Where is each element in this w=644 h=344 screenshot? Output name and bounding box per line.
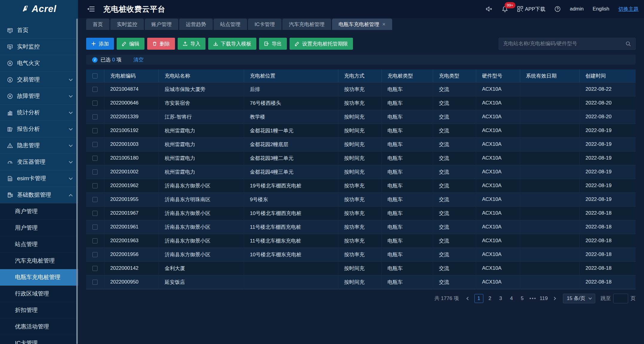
tab-sites[interactable]: 站点管理 — [214, 19, 247, 30]
tab-realtime-monitor[interactable]: 实时监控 — [110, 19, 144, 30]
page-number-4[interactable]: 4 — [507, 294, 516, 303]
sidebar-item-home[interactable]: 首页 — [0, 22, 78, 39]
page-number-5[interactable]: 5 — [518, 294, 526, 303]
page-number-119[interactable]: 119 — [540, 294, 548, 303]
sidebar-item-electrical-fire[interactable]: 电气火灾 — [0, 55, 78, 72]
tab-ebike-chargers[interactable]: 电瓶车充电桩管理 × — [332, 19, 392, 30]
sidebar-item-hazards[interactable]: 隐患管理 — [0, 137, 78, 154]
row-checkbox[interactable] — [92, 128, 98, 133]
column-header[interactable]: 充电桩编码 — [104, 69, 159, 82]
search-input[interactable] — [503, 41, 625, 47]
username[interactable]: admin — [570, 6, 584, 12]
row-checkbox[interactable] — [92, 238, 98, 243]
sidebar-collapse-icon[interactable] — [87, 5, 95, 13]
select-all-checkbox[interactable] — [92, 73, 98, 78]
table-header-row: 充电桩编码 充电站名称 充电桩位置 充电方式 充电桩类型 充电类型 硬件型号 系… — [86, 69, 636, 82]
next-page-button[interactable] — [550, 294, 558, 303]
column-header[interactable]: 充电方式 — [338, 69, 381, 82]
download-template-button[interactable]: 下载导入模板 — [208, 38, 256, 50]
row-checkbox[interactable] — [92, 252, 98, 257]
submenu-item-merchants[interactable]: 商户管理 — [0, 203, 78, 220]
column-header[interactable]: 系统有效日期 — [520, 69, 579, 82]
tab-ic-cards[interactable]: IC卡管理 — [248, 19, 281, 30]
submenu-item-ic-cards[interactable]: IC卡管理 — [0, 335, 78, 344]
sidebar-item-reports[interactable]: 报告分析 — [0, 121, 78, 137]
table-row[interactable]: 2022001002 杭州雷霆电力 金都花园4幢三单元 按时间充 电瓶车 交流 … — [86, 165, 636, 179]
column-header[interactable]: 充电桩类型 — [381, 69, 433, 82]
language-switch[interactable]: English — [593, 6, 609, 12]
row-checkbox[interactable] — [92, 142, 98, 147]
row-checkbox[interactable] — [92, 266, 98, 271]
close-icon[interactable]: × — [382, 22, 386, 27]
row-checkbox[interactable] — [92, 211, 98, 216]
table-row[interactable]: 2022000142 金利大厦 按时间充 电瓶车 交流 ACX10A 2022-… — [86, 261, 636, 275]
sidebar-item-statistics[interactable]: 统计分析 — [0, 104, 78, 121]
set-hosting-period-button[interactable]: 设置充电桩托管期限 — [290, 38, 353, 50]
submenu-item-car-chargers[interactable]: 汽车充电桩管理 — [0, 253, 78, 269]
row-checkbox[interactable] — [92, 87, 98, 92]
table-row[interactable]: 2022001003 杭州雷霆电力 金都花园2幢底层 按时间充 电瓶车 交流 A… — [86, 137, 636, 151]
table-row[interactable]: 2022000950 延安饭店 按时间充 电瓶车 交流 ACX10A 2022-… — [86, 275, 636, 289]
column-header[interactable]: 充电类型 — [433, 69, 476, 82]
column-header[interactable]: 充电站名称 — [159, 69, 244, 82]
import-button[interactable]: 导入 — [178, 38, 205, 50]
export-button[interactable]: 导出 — [259, 38, 287, 50]
add-button[interactable]: 添加 — [86, 38, 114, 50]
sidebar-scrollbar[interactable] — [76, 19, 78, 344]
column-header[interactable]: 硬件型号 — [476, 69, 520, 82]
prev-page-button[interactable] — [464, 294, 472, 303]
submenu-item-promotions[interactable]: 优惠活动管理 — [0, 319, 78, 335]
sidebar-item-esim-cards[interactable]: esim卡管理 — [0, 170, 78, 187]
page-ellipsis[interactable]: ••• — [529, 294, 537, 303]
help-button[interactable] — [554, 6, 561, 12]
table-row[interactable]: 2021005192 杭州雷霆电力 金都花园1幢一单元 按时间充 电瓶车 交流 … — [86, 124, 636, 137]
notifications-button[interactable]: 99+ — [502, 6, 508, 12]
table-row[interactable]: 2022001956 沂南县东方御景小区 10号楼北车棚东充电桩 按功率充 电瓶… — [86, 248, 636, 261]
theme-switch-link[interactable]: 切换主题 — [618, 6, 639, 13]
submenu-item-users[interactable]: 用户管理 — [0, 220, 78, 236]
row-checkbox[interactable] — [92, 280, 98, 285]
row-checkbox[interactable] — [92, 169, 98, 175]
submenu-item-discounts[interactable]: 折扣管理 — [0, 302, 78, 319]
jump-page-input[interactable] — [613, 294, 628, 303]
submenu-item-sites[interactable]: 站点管理 — [0, 236, 78, 253]
tab-car-chargers[interactable]: 汽车充电桩管理 — [282, 19, 331, 30]
table-row[interactable]: 2022001962 沂南县东方御景小区 19号楼北车棚西充电桩 按功率充 电瓶… — [86, 179, 636, 193]
sidebar-item-faults[interactable]: 故障管理 — [0, 88, 78, 104]
page-number-2[interactable]: 2 — [486, 294, 494, 303]
sidebar-item-base-data[interactable]: 基础数据管理 — [0, 187, 78, 203]
sidebar-item-transformers[interactable]: 变压器管理 — [0, 154, 78, 170]
tab-operation-trends[interactable]: 运营趋势 — [179, 19, 213, 30]
table-row[interactable]: 2022001967 沂南县东方御景小区 10号楼北车棚西充电桩 按功率充 电瓶… — [86, 206, 636, 220]
table-row[interactable]: 2022001955 沂南县东方明珠南区 9号楼东 按功率充 电瓶车 交流 AC… — [86, 193, 636, 206]
table-row[interactable]: 2022000646 市安装宿舍 76号楼西楼头 按功率充 电瓶车 交流 ACX… — [86, 96, 636, 110]
delete-button[interactable]: 删除 — [147, 38, 175, 50]
table-row[interactable]: 2022001963 沂南县东方御景小区 11号楼北车棚东充电桩 按功率充 电瓶… — [86, 234, 636, 248]
table-row[interactable]: 2022001339 江苏-智将行 教学楼 按时间充 电瓶车 交流 ACX10A… — [86, 110, 636, 124]
page-number-3[interactable]: 3 — [497, 294, 505, 303]
clear-selection-link[interactable]: 清空 — [133, 56, 144, 63]
page-size-select[interactable]: 15 条/页 — [563, 294, 595, 303]
tab-home[interactable]: 首页 — [86, 19, 109, 30]
table-row[interactable]: 2022001961 沂南县东方御景小区 11号楼北车棚西充电桩 按功率充 电瓶… — [86, 220, 636, 234]
page-number-1[interactable]: 1 — [474, 294, 483, 303]
sidebar-item-transactions[interactable]: 交易管理 — [0, 72, 78, 88]
submenu-item-admin-regions[interactable]: 行政区域管理 — [0, 286, 78, 302]
table-row[interactable]: 2021004874 应城市保险大厦旁 后排 按功率充 电瓶车 交流 ACX10… — [86, 82, 636, 96]
row-checkbox[interactable] — [92, 197, 98, 202]
edit-button[interactable]: 编辑 — [117, 38, 144, 50]
search-icon[interactable] — [625, 41, 631, 47]
row-checkbox[interactable] — [92, 225, 98, 230]
row-checkbox[interactable] — [92, 101, 98, 106]
column-header[interactable]: 创建时间 — [579, 69, 636, 82]
row-checkbox[interactable] — [92, 183, 98, 188]
tab-accounts[interactable]: 账户管理 — [145, 19, 178, 30]
table-row[interactable]: 2021005180 杭州雷霆电力 金都花园3幢二单元 按时间充 电瓶车 交流 … — [86, 151, 636, 165]
column-header[interactable]: 充电桩位置 — [244, 69, 338, 82]
sidebar-item-realtime-monitor[interactable]: 实时监控 — [0, 39, 78, 55]
mute-button[interactable] — [485, 6, 493, 12]
row-checkbox[interactable] — [92, 156, 98, 161]
submenu-item-ebike-chargers[interactable]: 电瓶车充电桩管理 — [0, 269, 78, 286]
app-download-button[interactable]: APP下载 — [517, 6, 545, 13]
row-checkbox[interactable] — [92, 114, 98, 119]
